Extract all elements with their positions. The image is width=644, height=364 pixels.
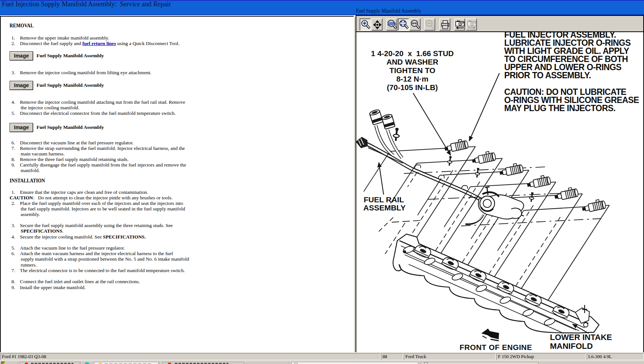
svg-text:MANIFOLD: MANIFOLD (550, 341, 593, 351)
svg-text:100%: 100% (387, 21, 397, 26)
svg-text:ASSEMBLY: ASSEMBLY (363, 203, 406, 212)
svg-text:AND WASHER: AND WASHER (387, 58, 439, 66)
svg-text:(70-105 IN-LB): (70-105 IN-LB) (387, 83, 438, 92)
svg-text:LOWER INTAKE: LOWER INTAKE (550, 333, 612, 342)
svg-text:8-12 N·m: 8-12 N·m (397, 75, 429, 83)
svg-text:FUEL RAIL: FUEL RAIL (364, 195, 404, 204)
svg-text:FRONT OF ENGINE: FRONT OF ENGINE (460, 343, 532, 351)
svg-text:1 4-20-20 x 1.66 STUD: 1 4-20-20 x 1.66 STUD (371, 49, 454, 58)
svg-text:TIGHTEN TO: TIGHTEN TO (389, 66, 435, 75)
svg-text:PRIOR TO ASSEMBLY.: PRIOR TO ASSEMBLY. (504, 71, 591, 80)
svg-text:MAY PLUG THE INJECTORS.: MAY PLUG THE INJECTORS. (504, 103, 615, 113)
